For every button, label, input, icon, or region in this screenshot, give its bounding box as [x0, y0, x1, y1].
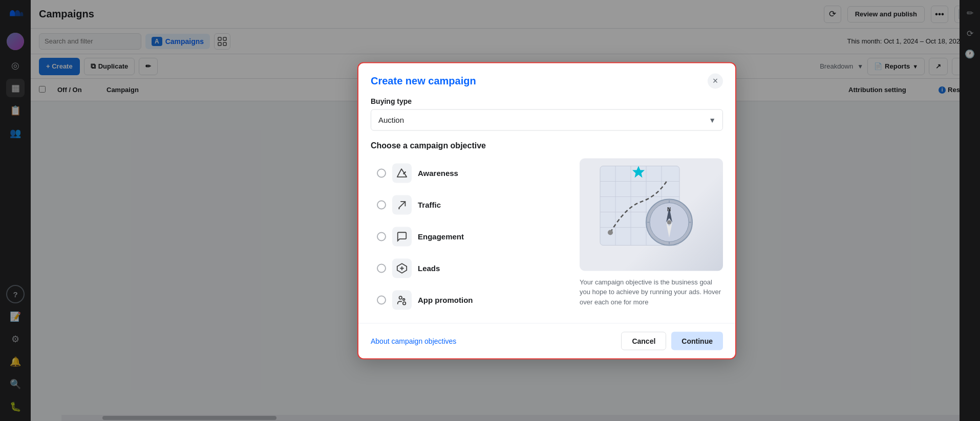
- objective-app-promotion[interactable]: App promotion: [371, 285, 569, 315]
- app-promotion-icon-box: [392, 290, 412, 309]
- objective-engagement[interactable]: Engagement: [371, 221, 569, 251]
- leads-radio[interactable]: [377, 263, 386, 273]
- awareness-label: Awareness: [418, 169, 458, 178]
- buying-type-label: Buying type: [371, 97, 723, 105]
- continue-button[interactable]: Continue: [671, 331, 723, 350]
- cancel-button[interactable]: Cancel: [621, 331, 666, 350]
- traffic-label: Traffic: [418, 201, 441, 209]
- modal-close-button[interactable]: ×: [708, 73, 723, 88]
- create-campaign-modal: Create new campaign × Buying type Auctio…: [357, 62, 736, 359]
- objectives-layout: Awareness Traffic: [371, 158, 723, 315]
- preview-illustration: N: [580, 158, 723, 271]
- buying-type-select[interactable]: Auction Reach and Frequency: [371, 109, 723, 130]
- engagement-label: Engagement: [418, 232, 464, 241]
- svg-marker-4: [397, 169, 407, 177]
- svg-point-10: [403, 298, 405, 300]
- buying-type-select-wrapper: Auction Reach and Frequency ▼: [371, 109, 723, 130]
- objective-leads[interactable]: Leads: [371, 253, 569, 283]
- leads-icon-box: [392, 258, 412, 278]
- objective-awareness[interactable]: Awareness: [371, 158, 569, 188]
- awareness-radio[interactable]: [377, 168, 386, 178]
- svg-point-9: [399, 296, 402, 299]
- modal-footer: About campaign objectives Cancel Continu…: [358, 323, 735, 358]
- engagement-icon-box: [392, 227, 412, 246]
- about-objectives-link[interactable]: About campaign objectives: [371, 337, 456, 345]
- app-promotion-radio[interactable]: [377, 295, 386, 304]
- modal-header: Create new campaign ×: [358, 63, 735, 88]
- footer-buttons: Cancel Continue: [621, 331, 723, 350]
- objectives-list: Awareness Traffic: [371, 158, 569, 315]
- objectives-preview: N Your campaign objective is the busines…: [580, 158, 723, 315]
- objectives-section-title: Choose a campaign objective: [371, 141, 723, 150]
- traffic-icon-box: [392, 195, 412, 214]
- leads-label: Leads: [418, 264, 440, 273]
- app-promotion-label: App promotion: [418, 296, 473, 304]
- svg-point-20: [608, 230, 613, 235]
- objective-traffic[interactable]: Traffic: [371, 190, 569, 219]
- svg-text:N: N: [667, 206, 671, 212]
- modal-body: Buying type Auction Reach and Frequency …: [358, 88, 735, 323]
- svg-point-26: [667, 220, 671, 224]
- modal-title: Create new campaign: [371, 75, 476, 87]
- traffic-radio[interactable]: [377, 200, 386, 209]
- engagement-radio[interactable]: [377, 232, 386, 241]
- preview-description: Your campaign objective is the business …: [580, 277, 723, 307]
- awareness-icon-box: [392, 163, 412, 183]
